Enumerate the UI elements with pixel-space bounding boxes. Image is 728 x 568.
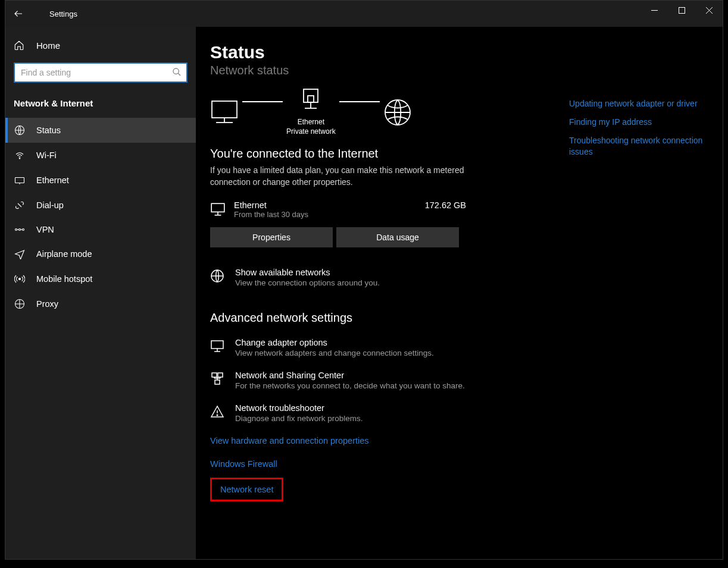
- link-hardware-properties[interactable]: View hardware and connection properties: [210, 436, 369, 445]
- diagram-caption-2: Private network: [286, 127, 336, 136]
- option-sub: View the connection options around you.: [235, 278, 380, 287]
- link-find-ip[interactable]: Finding my IP address: [569, 117, 706, 128]
- globe-icon: [210, 269, 226, 287]
- sidebar: Home Network & Internet Status Wi-Fi Eth…: [5, 27, 196, 559]
- link-troubleshoot-connection[interactable]: Troubleshooting network connection issue…: [569, 135, 706, 158]
- svg-point-42: [217, 415, 218, 416]
- option-sub: Diagnose and fix network problems.: [235, 414, 363, 423]
- svg-rect-23: [308, 96, 314, 102]
- usage-connection-name: Ethernet: [234, 200, 417, 210]
- usage-row: Ethernet From the last 30 days 172.62 GB: [210, 200, 466, 219]
- svg-rect-31: [211, 341, 223, 349]
- properties-button[interactable]: Properties: [210, 227, 333, 247]
- ethernet-icon: [14, 175, 26, 186]
- sidebar-item-label: Mobile hotspot: [36, 274, 92, 284]
- svg-point-11: [19, 229, 21, 231]
- sidebar-item-vpn[interactable]: VPN: [5, 218, 196, 241]
- search-icon: [172, 67, 182, 77]
- option-sub: View network adapters and change connect…: [235, 349, 434, 357]
- sidebar-item-label: Dial-up: [36, 200, 64, 210]
- network-sharing-center[interactable]: Network and Sharing Center For the netwo…: [210, 371, 708, 390]
- svg-rect-19: [212, 101, 237, 118]
- app-title: Settings: [49, 10, 77, 18]
- minimize-button[interactable]: [640, 1, 668, 20]
- vpn-icon: [14, 225, 26, 234]
- search-input[interactable]: [14, 62, 188, 83]
- sidebar-item-status[interactable]: Status: [5, 118, 196, 143]
- internet-globe-icon: [383, 98, 412, 127]
- proxy-icon: [14, 299, 26, 309]
- home-button[interactable]: Home: [5, 34, 196, 57]
- option-title: Network troubleshooter: [235, 403, 363, 413]
- svg-point-12: [23, 229, 24, 231]
- option-sub: For the networks you connect to, decide …: [235, 381, 465, 390]
- sidebar-item-wifi[interactable]: Wi-Fi: [5, 143, 196, 168]
- svg-rect-8: [15, 178, 24, 183]
- option-title: Change adapter options: [235, 338, 434, 347]
- svg-rect-36: [215, 380, 220, 384]
- svg-rect-1: [679, 7, 685, 13]
- computer-icon: [210, 99, 239, 125]
- link-windows-firewall[interactable]: Windows Firewall: [210, 459, 277, 469]
- svg-point-7: [19, 158, 20, 159]
- back-button[interactable]: [5, 1, 32, 27]
- home-label: Home: [36, 40, 60, 51]
- page-title: Status: [210, 42, 708, 62]
- network-troubleshooter[interactable]: Network troubleshooter Diagnose and fix …: [210, 403, 708, 423]
- show-available-networks[interactable]: Show available networks View the connect…: [210, 268, 708, 287]
- option-title: Network and Sharing Center: [235, 371, 465, 380]
- close-button[interactable]: [695, 1, 723, 20]
- usage-amount: 172.62 GB: [425, 200, 466, 210]
- link-network-reset[interactable]: Network reset: [220, 485, 273, 494]
- monitor-icon: [210, 339, 226, 357]
- change-adapter-options[interactable]: Change adapter options View network adap…: [210, 338, 708, 357]
- network-reset-highlight: Network reset: [210, 478, 283, 501]
- warning-icon: [210, 404, 226, 423]
- airplane-icon: [14, 249, 26, 259]
- sidebar-item-ethernet[interactable]: Ethernet: [5, 168, 196, 193]
- svg-line-5: [178, 73, 180, 76]
- related-links: Updating network adapter or driver Findi…: [569, 98, 706, 165]
- sidebar-item-dialup[interactable]: Dial-up: [5, 193, 196, 218]
- link-update-adapter[interactable]: Updating network adapter or driver: [569, 98, 706, 109]
- svg-rect-35: [218, 373, 223, 377]
- sharing-icon: [210, 372, 226, 390]
- home-icon: [14, 40, 26, 51]
- hotspot-icon: [14, 274, 26, 284]
- sidebar-item-label: VPN: [36, 225, 54, 234]
- titlebar: Settings: [5, 1, 723, 27]
- svg-point-4: [173, 68, 179, 74]
- option-title: Show available networks: [235, 268, 380, 277]
- globe-icon: [14, 125, 26, 136]
- sidebar-item-hotspot[interactable]: Mobile hotspot: [5, 266, 196, 291]
- sidebar-category: Network & Internet: [5, 93, 196, 118]
- router-icon: [300, 88, 321, 114]
- svg-point-10: [15, 229, 17, 231]
- section-heading: Network status: [210, 64, 708, 77]
- svg-rect-34: [212, 373, 217, 377]
- dialup-icon: [14, 200, 26, 211]
- sidebar-item-label: Proxy: [36, 299, 58, 309]
- svg-point-15: [19, 278, 21, 280]
- monitor-icon: [210, 202, 226, 217]
- connected-description: If you have a limited data plan, you can…: [210, 164, 466, 189]
- sidebar-item-label: Status: [36, 125, 61, 135]
- maximize-button[interactable]: [668, 1, 695, 20]
- sidebar-item-label: Ethernet: [36, 175, 69, 185]
- svg-rect-27: [211, 203, 224, 212]
- diagram-caption-1: Ethernet: [298, 118, 324, 126]
- sidebar-item-label: Airplane mode: [36, 249, 92, 259]
- data-usage-button[interactable]: Data usage: [336, 227, 459, 247]
- sidebar-item-label: Wi-Fi: [36, 150, 57, 160]
- wifi-icon: [14, 150, 26, 161]
- sidebar-item-proxy[interactable]: Proxy: [5, 291, 196, 316]
- main-content: Status Network status EthernetPrivate ne…: [196, 27, 723, 559]
- usage-period: From the last 30 days: [234, 210, 417, 219]
- sidebar-item-airplane[interactable]: Airplane mode: [5, 241, 196, 266]
- advanced-heading: Advanced network settings: [210, 311, 708, 325]
